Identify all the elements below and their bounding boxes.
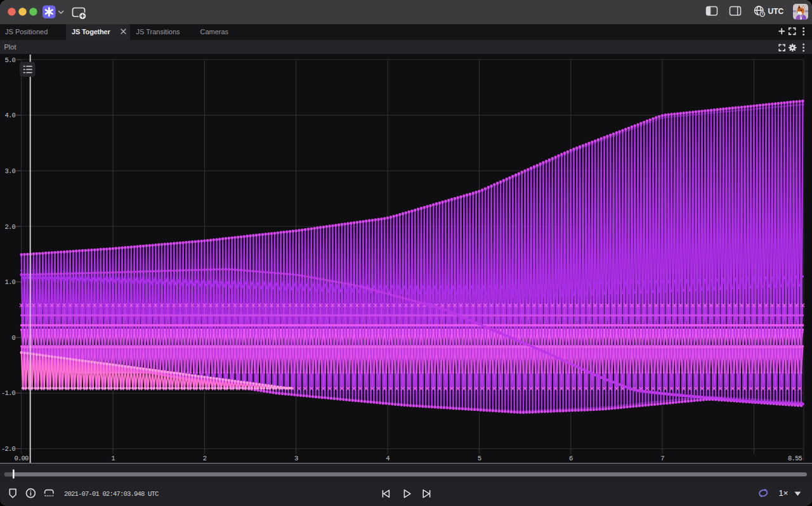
svg-text:5.0: 5.0: [4, 56, 15, 64]
svg-text:8.55: 8.55: [788, 455, 802, 462]
svg-text:-2.0: -2.0: [1, 445, 16, 453]
svg-text:1: 1: [111, 455, 115, 462]
svg-text:4.0: 4.0: [4, 112, 15, 119]
svg-text:1.0: 1.0: [4, 278, 15, 286]
svg-text:2: 2: [203, 455, 207, 462]
svg-text:3: 3: [294, 455, 298, 462]
svg-text:7: 7: [660, 455, 664, 462]
svg-text:3.0: 3.0: [4, 167, 15, 175]
svg-text:1×: 1×: [779, 488, 789, 498]
svg-text:6: 6: [569, 455, 573, 462]
svg-text:0.00: 0.00: [14, 455, 29, 462]
svg-text:5: 5: [478, 455, 481, 462]
svg-text:4: 4: [386, 455, 390, 462]
svg-text:2021-07-01 02:47:03.948 UTC: 2021-07-01 02:47:03.948 UTC: [64, 490, 159, 498]
svg-text:-1.0: -1.0: [1, 389, 16, 397]
svg-text:2.0: 2.0: [4, 223, 15, 231]
svg-text:0: 0: [11, 334, 15, 342]
